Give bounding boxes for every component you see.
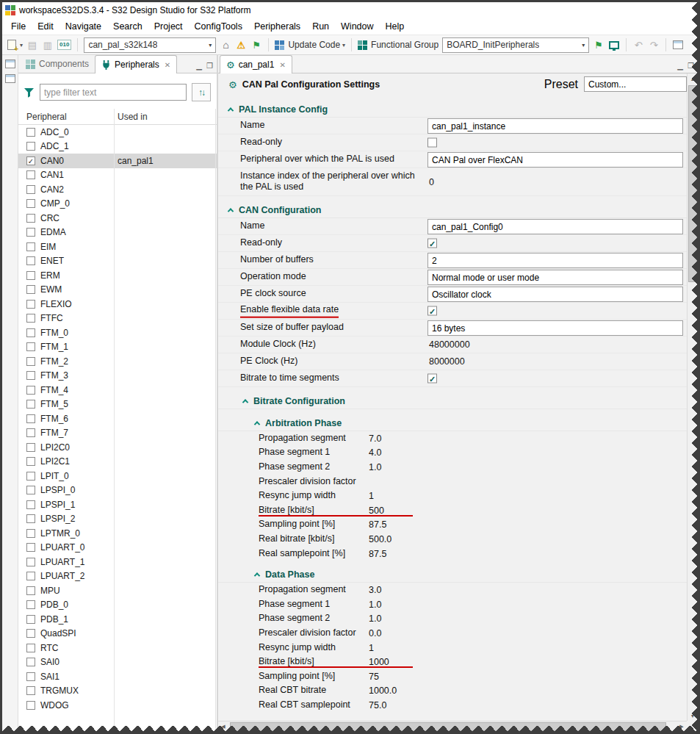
peripheral-row-flexio[interactable]: FLEXIO [18, 297, 217, 312]
flag-icon[interactable]: ⚑ [593, 39, 605, 51]
peripheral-checkbox[interactable] [26, 199, 35, 208]
peripheral-row-lpi2c1[interactable]: LPI2C1 [18, 455, 217, 469]
collapse-chevron-icon[interactable] [228, 208, 234, 214]
scroll-right-icon[interactable]: ▶ [676, 722, 687, 732]
peripheral-row-ftm_3[interactable]: FTM_3 [18, 369, 217, 384]
peripheral-checkbox[interactable] [26, 701, 35, 710]
collapse-chevron-icon[interactable] [254, 421, 260, 427]
scrollbar-thumb[interactable] [688, 85, 697, 282]
save-all-icon[interactable]: ▥ [42, 39, 54, 51]
peripheral-row-pdb_0[interactable]: PDB_0 [18, 598, 217, 613]
flag-icon[interactable]: ⚑ [250, 39, 262, 51]
maximize-view-icon[interactable]: ❐ [688, 62, 694, 70]
peripheral-checkbox[interactable] [26, 242, 35, 251]
peripheral-checkbox[interactable] [26, 457, 35, 466]
chevron-down-icon[interactable]: ▾ [582, 42, 585, 48]
peripheral-checkbox[interactable] [26, 400, 35, 409]
filter-input[interactable] [40, 84, 187, 101]
close-icon[interactable]: ✕ [165, 61, 170, 69]
field-input[interactable] [427, 270, 683, 285]
collapse-chevron-icon[interactable] [254, 572, 260, 578]
peripheral-row-quadspi[interactable]: QuadSPI [18, 627, 217, 641]
field-input[interactable] [427, 152, 683, 168]
field-input[interactable] [427, 320, 683, 336]
peripheral-checkbox[interactable] [26, 629, 35, 638]
tab-peripherals[interactable]: Peripherals ✕ [95, 55, 177, 73]
menu-peripherals[interactable]: Peripherals [248, 20, 306, 33]
update-code-caret-icon[interactable]: ▾ [342, 42, 345, 48]
field-checkbox[interactable]: ✓ [427, 306, 437, 316]
update-code-icon[interactable] [275, 40, 284, 50]
undo-icon[interactable]: ↶ [632, 39, 644, 51]
menu-window[interactable]: Window [335, 20, 379, 33]
peripheral-checkbox[interactable] [26, 443, 35, 452]
preset-combo[interactable]: Custom... [584, 76, 687, 92]
peripheral-row-sai1[interactable]: SAI1 [18, 669, 217, 684]
peripheral-row-mpu[interactable]: MPU [18, 583, 217, 598]
peripheral-checkbox[interactable] [26, 357, 35, 366]
perspective-icon[interactable] [5, 74, 15, 83]
section-header-can-configuration[interactable]: CAN Configuration [218, 202, 687, 218]
peripheral-checkbox[interactable] [26, 328, 35, 337]
peripheral-row-lpspi_0[interactable]: LPSPI_0 [18, 483, 217, 498]
peripheral-row-ftfc[interactable]: FTFC [18, 312, 217, 326]
peripheral-checkbox[interactable] [26, 500, 35, 509]
peripheral-checkbox[interactable] [26, 558, 35, 566]
peripheral-row-can2[interactable]: CAN2 [18, 182, 217, 197]
peripheral-checkbox[interactable] [26, 414, 35, 423]
peripheral-row-erm[interactable]: ERM [18, 268, 217, 283]
peripheral-checkbox[interactable] [26, 543, 35, 552]
close-icon[interactable]: ✕ [279, 61, 285, 69]
section-header-bitrate-configuration[interactable]: Bitrate Configuration [218, 393, 687, 409]
peripheral-row-eim[interactable]: EIM [18, 240, 217, 254]
peripheral-checkbox[interactable] [26, 228, 35, 237]
warning-icon[interactable]: ⚠ [235, 39, 247, 51]
menu-edit[interactable]: Edit [32, 20, 59, 33]
field-checkbox[interactable]: ✓ [427, 239, 437, 248]
peripheral-checkbox[interactable] [26, 600, 35, 609]
menu-navigate[interactable]: Navigate [59, 20, 107, 33]
peripheral-row-can1[interactable]: CAN1 [18, 168, 217, 183]
console-view-icon[interactable] [672, 39, 684, 51]
section-header-arbitration-phase[interactable]: Arbitration Phase [218, 415, 687, 431]
peripheral-row-edma[interactable]: EDMA [18, 226, 217, 240]
peripheral-row-ftm_6[interactable]: FTM_6 [18, 411, 217, 426]
peripheral-row-cmp_0[interactable]: CMP_0 [18, 197, 217, 212]
peripheral-checkbox[interactable] [26, 572, 35, 580]
peripheral-checkbox[interactable] [26, 586, 35, 595]
tab-components[interactable]: Components [20, 55, 95, 73]
peripheral-row-lpi2c0[interactable]: LPI2C0 [18, 440, 217, 455]
scroll-up-icon[interactable]: ▲ [688, 73, 698, 84]
peripheral-row-lpuart_2[interactable]: LPUART_2 [18, 569, 217, 584]
peripheral-checkbox[interactable] [26, 256, 35, 265]
peripheral-checkbox[interactable] [26, 214, 35, 223]
menu-help[interactable]: Help [380, 20, 411, 33]
peripheral-checkbox[interactable]: ✓ [26, 156, 35, 165]
peripheral-checkbox[interactable] [26, 128, 35, 137]
peripheral-checkbox[interactable] [26, 271, 35, 280]
peripheral-checkbox[interactable] [26, 529, 35, 538]
peripheral-row-lpuart_1[interactable]: LPUART_1 [18, 555, 217, 569]
scroll-down-icon[interactable]: ▼ [688, 710, 698, 721]
new-wizard-caret-icon[interactable]: ▾ [20, 42, 23, 48]
peripheral-row-ftm_7[interactable]: FTM_7 [18, 426, 217, 441]
maximize-view-icon[interactable]: ❐ [206, 62, 213, 70]
filter-icon[interactable] [24, 87, 35, 98]
minimize-view-icon[interactable]: ▁ [677, 62, 683, 70]
minimize-view-icon[interactable]: ▁ [196, 62, 202, 70]
redo-icon[interactable]: ↷ [648, 39, 660, 51]
collapse-chevron-icon[interactable] [228, 107, 234, 113]
column-header-used-in[interactable]: Used in [118, 112, 148, 122]
peripheral-row-wdog[interactable]: WDOG [18, 698, 217, 713]
peripheral-row-crc[interactable]: CRC [18, 211, 217, 226]
peripheral-checkbox[interactable] [26, 514, 35, 523]
update-code-button[interactable]: Update Code [288, 40, 340, 50]
peripheral-checkbox[interactable] [26, 472, 35, 481]
menu-run[interactable]: Run [306, 20, 335, 33]
field-input[interactable] [427, 118, 683, 134]
field-checkbox[interactable]: ✓ [427, 374, 437, 384]
peripheral-row-enet[interactable]: ENET [18, 254, 217, 269]
peripheral-row-lpit_0[interactable]: LPIT_0 [18, 469, 217, 483]
field-input[interactable] [427, 253, 683, 268]
peripheral-row-ftm_4[interactable]: FTM_4 [18, 383, 217, 397]
